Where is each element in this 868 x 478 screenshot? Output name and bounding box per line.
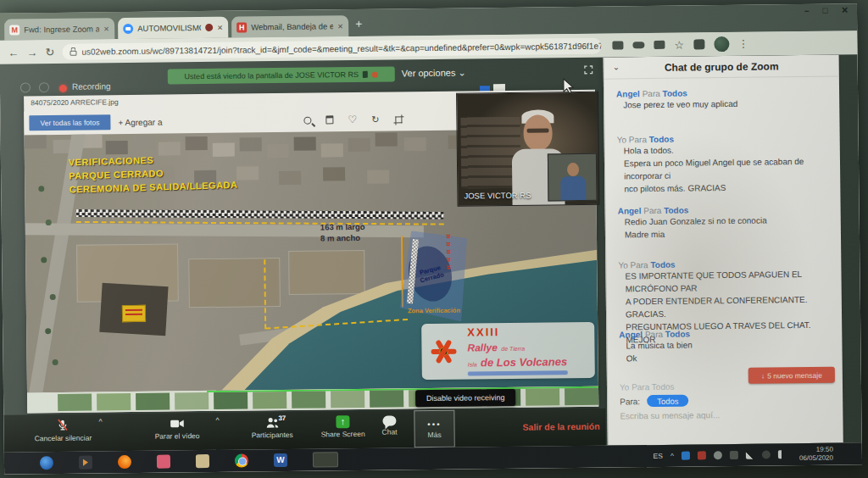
tray-expand-chevron[interactable]: ^ (670, 452, 674, 460)
mouse-cursor (563, 78, 575, 93)
add-to-button[interactable]: + Agregar a (118, 117, 162, 127)
chrome-icon[interactable] (235, 453, 248, 467)
speaker-glasses (527, 128, 549, 132)
profile-avatar[interactable] (714, 36, 729, 52)
recording-dot (59, 85, 67, 92)
password-key-icon[interactable] (632, 42, 644, 48)
chat-message-input[interactable] (618, 409, 832, 422)
browser-tab-zoom[interactable]: AUTOMOVILISMO LANZARO ✕ (118, 17, 228, 39)
new-tab-button[interactable]: + (355, 17, 362, 31)
open-app-thumbnail[interactable] (313, 452, 338, 467)
map-lot (288, 250, 365, 295)
share-screen-button[interactable]: ↑ Share Screen (320, 415, 364, 439)
chat-message: Angel Para Todos Jose perez te veo muy a… (616, 87, 828, 112)
screen-share-banner: Usted está viendo la pantalla de JOSE VI… (168, 66, 395, 84)
word-icon[interactable]: W (274, 453, 287, 467)
down-arrow-icon: ↓ (761, 371, 765, 380)
fullscreen-icon[interactable] (583, 64, 594, 75)
crop-icon[interactable] (393, 114, 402, 123)
close-icon[interactable]: ✕ (103, 25, 109, 33)
map-lot (188, 258, 281, 308)
zoom-tool-icon[interactable] (303, 116, 311, 124)
tab-title: Webmail, Bandeja de entrada (251, 21, 333, 31)
collapse-chevron-icon[interactable]: ⌄ (613, 62, 620, 71)
pip-figure (560, 176, 586, 202)
chat-header: ⌄ Chat de grupo de Zoom (604, 55, 839, 80)
minimize-button[interactable]: – (804, 6, 810, 15)
zona-verificacion-label: Zona Verificación (404, 307, 464, 315)
address-bar[interactable]: us02web.zoom.us/wc/89713814721/join?trac… (62, 37, 601, 59)
see-all-photos-button[interactable]: Ver todas las fotos (29, 114, 110, 131)
filmstrip-thumbnails[interactable] (58, 394, 92, 411)
notes-icon[interactable] (196, 454, 209, 468)
view-options-dropdown[interactable]: Ver opciones ⌄ (402, 68, 466, 80)
more-dots-icon: ••• (427, 419, 442, 428)
back-button[interactable]: ← (8, 47, 19, 58)
pip-figure (567, 163, 579, 176)
network-icon[interactable] (746, 451, 754, 459)
tab-title: Fwd: Ingrese Zoom a la reunión c (24, 24, 99, 34)
language-indicator[interactable]: ES (653, 452, 662, 460)
start-button[interactable] (40, 456, 53, 470)
url-text: us02web.zoom.us/wc/89713814721/join?trac… (81, 40, 601, 56)
recipient-selector[interactable]: Todos (647, 395, 689, 408)
map-trees (38, 186, 44, 192)
media-player-icon[interactable] (79, 456, 92, 470)
reload-button[interactable]: ↻ (45, 47, 54, 58)
close-icon[interactable]: ✕ (337, 22, 343, 31)
bookmark-star-icon[interactable]: ☆ (674, 39, 684, 50)
browser-window: M Fwd: Ingrese Zoom a la reunión c ✕ AUT… (0, 3, 862, 474)
gmail-icon: M (9, 25, 19, 35)
banner-record-icon (372, 71, 378, 77)
rally-logo: XXIII Rallye de Tierra Isla de Los Volca… (421, 322, 595, 380)
close-icon[interactable]: ✕ (217, 23, 223, 31)
forward-button[interactable]: → (26, 47, 37, 58)
app-icon[interactable] (157, 455, 170, 469)
self-view-thumbnail[interactable] (548, 153, 598, 202)
mic-options-chevron[interactable]: ^ (98, 417, 102, 425)
favorite-heart-icon[interactable]: ♡ (348, 114, 357, 125)
banner-text: Usted está viendo la pantalla de JOSE VI… (185, 70, 359, 81)
chat-message: Angel Para Todos La música ta bien Ok (619, 328, 831, 365)
logo-subtitle-bar (468, 371, 568, 376)
camera-permission-icon[interactable] (612, 41, 623, 49)
video-options-chevron[interactable]: ^ (215, 416, 219, 425)
chat-message: Yo Para Todos Hola a todos. Espera un po… (617, 133, 830, 196)
browser-tab-webmail[interactable]: H Webmail, Bandeja de entrada ✕ (231, 15, 348, 38)
close-window-button[interactable]: ✕ (842, 5, 849, 14)
logo-edition: XXIII (467, 325, 567, 339)
leave-meeting-button[interactable]: Salir de la reunión (522, 421, 599, 432)
tray-icon[interactable] (762, 450, 771, 459)
map-buildings (25, 135, 47, 148)
firefox-icon[interactable] (118, 455, 131, 469)
new-messages-button[interactable]: ↓ 5 nuevo mensaje (748, 367, 835, 384)
pin-icon[interactable] (363, 71, 368, 78)
tooltip: Disable video receiving (415, 389, 515, 407)
more-button[interactable]: ••• Más (414, 410, 454, 448)
system-tray: ES ^ 19:50 06/05/2020 (653, 445, 855, 464)
zoom-favicon (123, 23, 133, 33)
participants-button[interactable]: Participantes (251, 416, 292, 440)
recording-label: Recording (72, 81, 111, 92)
speaker-video-feed[interactable]: JOSE VICTOR RS (456, 92, 600, 207)
tray-icon-red[interactable] (698, 451, 706, 459)
download-icon[interactable] (693, 39, 704, 49)
chat-panel: ⌄ Chat de grupo de Zoom Angel Para Todos… (604, 55, 843, 446)
stop-video-button[interactable]: Parar el vídeo (154, 417, 199, 441)
maximize-button[interactable]: □ (822, 6, 827, 15)
delete-icon[interactable] (326, 115, 333, 124)
rotate-icon[interactable]: ↻ (371, 114, 379, 124)
translate-icon[interactable] (654, 41, 665, 49)
map-yellow-sign (122, 305, 146, 322)
chat-button[interactable]: Chat (381, 415, 397, 436)
browser-tab-gmail[interactable]: M Fwd: Ingrese Zoom a la reunión c ✕ (4, 18, 114, 40)
tray-icon-blue[interactable] (682, 452, 690, 460)
browser-menu-icon[interactable]: ⋮ (738, 38, 748, 50)
info-icon (39, 82, 49, 92)
volume-icon[interactable] (778, 450, 787, 459)
chat-bubble-icon (382, 415, 396, 425)
tray-icon-gray[interactable] (714, 451, 722, 459)
taskbar-clock[interactable]: 19:50 06/05/2020 (799, 446, 833, 463)
unmute-button[interactable]: Cancelar silenciar (34, 419, 92, 443)
tray-icon-dark[interactable] (730, 451, 738, 459)
